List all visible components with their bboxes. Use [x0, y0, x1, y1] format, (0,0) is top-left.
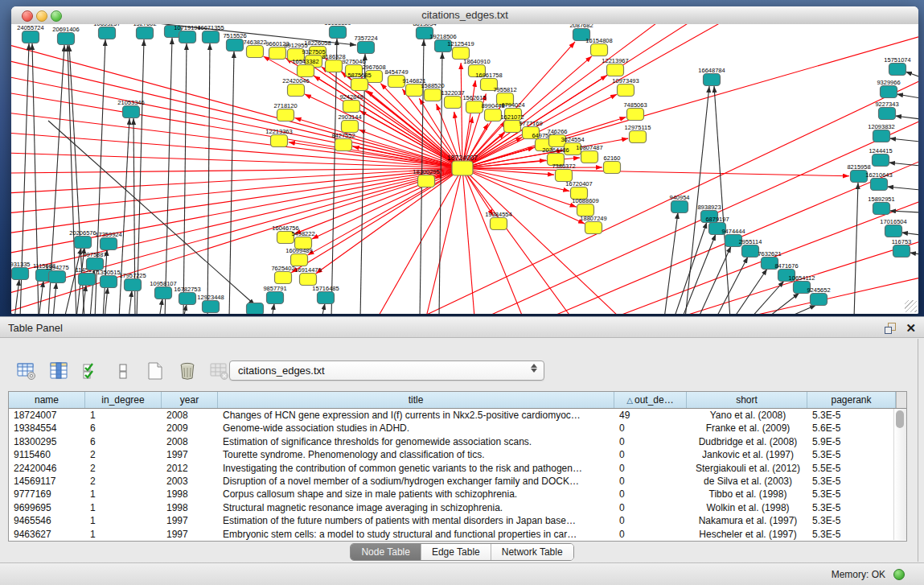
vertical-scrollbar[interactable] [893, 409, 906, 540]
graph-node[interactable] [889, 64, 906, 76]
graph-node[interactable] [873, 154, 889, 167]
table-row[interactable]: 969969511998Structural magnetic resonanc… [9, 501, 906, 514]
window-zoom-button[interactable] [51, 10, 62, 22]
graph-node[interactable] [330, 27, 347, 39]
graph-node[interactable] [125, 279, 142, 291]
column-header-out_de[interactable]: △out_de… [614, 392, 687, 408]
graph-node[interactable] [627, 109, 644, 121]
column-header-pagerank[interactable]: pagerank [807, 392, 896, 408]
table-row[interactable]: 2242004622012Investigating the contribut… [9, 462, 906, 475]
table-row[interactable]: 946554611997Estimation of the future num… [9, 514, 906, 527]
column-header-year[interactable]: year [162, 392, 218, 408]
graph-node[interactable] [179, 31, 196, 43]
graph-node[interactable] [358, 42, 375, 54]
window-close-button[interactable] [22, 10, 33, 22]
scrollbar-thumb[interactable] [896, 410, 904, 428]
column-header-short[interactable]: short [687, 392, 807, 408]
graph-node[interactable] [445, 97, 462, 109]
graph-node[interactable] [101, 276, 117, 288]
graph-node[interactable] [49, 271, 66, 283]
show-columns-icon[interactable] [47, 359, 71, 383]
graph-node[interactable] [871, 179, 888, 191]
graph-node[interactable] [811, 294, 827, 306]
graph-node[interactable] [704, 74, 721, 86]
graph-node[interactable] [75, 237, 92, 249]
graph-node[interactable] [101, 238, 117, 250]
graph-node[interactable] [58, 33, 75, 45]
close-icon[interactable]: ✕ [906, 323, 916, 334]
graph-node[interactable] [23, 31, 39, 43]
graph-node[interactable] [604, 162, 621, 174]
window-resize-grip[interactable] [905, 300, 917, 312]
create-column-icon[interactable] [143, 359, 167, 383]
graph-node[interactable] [504, 121, 521, 133]
graph-node[interactable] [425, 89, 441, 101]
graph-node[interactable] [406, 84, 423, 97]
column-header-name[interactable]: name [9, 392, 85, 408]
table-row[interactable]: 911546021997Tourette syndrome. Phenomeno… [9, 448, 906, 461]
graph-node[interactable] [893, 245, 910, 257]
graph-node[interactable] [491, 218, 507, 230]
graph-node[interactable] [203, 31, 220, 43]
graph-node[interactable] [12, 268, 29, 280]
select-all-columns-icon[interactable] [79, 359, 103, 383]
graph-node[interactable] [99, 27, 116, 39]
graph-node[interactable] [873, 130, 890, 142]
graph-node[interactable] [335, 139, 352, 151]
window-minimize-button[interactable] [36, 10, 47, 22]
column-header-in_degree[interactable]: in_degree [85, 392, 162, 408]
table-row[interactable]: 1872400712008Changes of HCN gene express… [9, 409, 906, 422]
graph-node[interactable] [873, 203, 890, 215]
graph-node[interactable] [267, 292, 284, 304]
graph-node[interactable] [137, 27, 154, 39]
delete-table-icon[interactable] [207, 359, 232, 383]
graph-node[interactable] [269, 47, 286, 60]
table-row[interactable]: 946362711997Embryonic stem cells: a mode… [9, 528, 906, 541]
graph-node[interactable] [300, 274, 317, 286]
graph-node[interactable] [671, 201, 688, 213]
graph-node[interactable] [247, 46, 264, 58]
graph-node[interactable] [881, 86, 897, 98]
table-row[interactable]: 1830029562008Estimation of significance … [9, 435, 906, 448]
graph-node[interactable] [247, 303, 264, 315]
tab-edge-table[interactable]: Edge Table [421, 544, 491, 560]
table-row[interactable]: 1938455462009Genome-wide association stu… [9, 422, 906, 435]
table-row[interactable]: 1456911722003Disruption of a novel membe… [9, 475, 906, 488]
column-header-title[interactable]: title [218, 392, 614, 408]
graph-node[interactable] [418, 175, 435, 187]
graph-node[interactable] [585, 222, 602, 234]
delete-column-icon[interactable] [175, 359, 199, 383]
graph-node[interactable] [581, 151, 598, 163]
graph-node[interactable] [618, 84, 634, 97]
graph-node[interactable] [485, 109, 502, 122]
network-window[interactable]: citations_edges.txt 24055724206914061065… [11, 6, 918, 314]
graph-node[interactable] [879, 108, 896, 120]
graph-node[interactable] [203, 301, 220, 313]
graph-node[interactable] [298, 65, 314, 77]
graph-node[interactable] [318, 292, 335, 304]
graph-node[interactable] [343, 101, 360, 113]
graph-node[interactable] [466, 101, 483, 113]
graph-node[interactable] [179, 293, 196, 305]
graph-node[interactable] [742, 245, 759, 257]
graph-node[interactable] [288, 84, 305, 97]
table-select-dropdown[interactable]: citations_edges.txt [229, 360, 544, 381]
network-window-titlebar[interactable]: citations_edges.txt [11, 6, 918, 25]
graph-node[interactable] [351, 79, 368, 91]
graph-node[interactable] [630, 131, 647, 143]
graph-node[interactable] [591, 44, 608, 56]
graph-node[interactable] [885, 225, 902, 237]
graph-node[interactable] [271, 135, 288, 147]
network-canvas[interactable]: 2405572420691406106532571527602646616010… [11, 24, 918, 314]
graph-node[interactable] [123, 106, 140, 118]
graph-node[interactable] [342, 121, 359, 133]
graph-node[interactable] [79, 274, 96, 286]
tab-network-table[interactable]: Network Table [491, 544, 573, 560]
graph-node[interactable] [326, 60, 343, 72]
graph-node[interactable] [155, 287, 172, 299]
table-mode-icon[interactable] [14, 359, 39, 383]
graph-node[interactable] [275, 272, 292, 284]
float-window-icon[interactable] [885, 323, 896, 334]
graph-node[interactable] [607, 64, 624, 76]
graph-node[interactable] [227, 39, 244, 51]
